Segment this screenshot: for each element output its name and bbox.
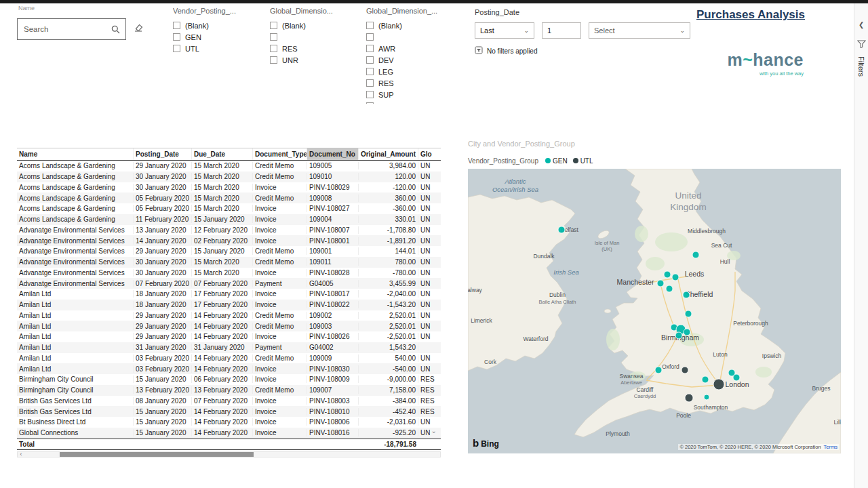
table-row[interactable]: Birmingham City Council13 February 20201… [17, 385, 441, 396]
table-row[interactable]: Acorns Landscape & Gardening30 January 2… [17, 182, 441, 193]
checkbox-icon[interactable] [366, 91, 374, 98]
column-header-due-date[interactable]: Due_Date [192, 148, 253, 160]
map-bubble-utl[interactable] [713, 379, 724, 390]
slicer-checkbox-item[interactable]: (Blank) [173, 20, 260, 31]
checkbox-icon[interactable] [366, 45, 374, 52]
column-header-document-type[interactable]: Document_Type [253, 148, 307, 160]
map-bubble-gen[interactable] [702, 376, 709, 383]
table-row[interactable]: Bt Business Direct Ltd15 January 202014 … [17, 417, 441, 428]
checkbox-icon[interactable] [270, 56, 277, 64]
scrollbar-thumb[interactable] [60, 452, 254, 457]
checkbox-icon[interactable] [270, 45, 277, 52]
slicer-checkbox-item[interactable] [270, 31, 357, 43]
relative-number-input[interactable]: 1 [542, 22, 581, 39]
checkbox-icon[interactable] [173, 33, 180, 41]
relative-unit-dropdown[interactable]: Select ⌄ [589, 22, 690, 39]
map-bubble-gen[interactable] [666, 285, 673, 292]
filters-pane-label[interactable]: Filters [857, 56, 865, 77]
checkbox-icon[interactable] [270, 22, 277, 29]
table-cell: G04002 [307, 344, 359, 351]
map-bubble-gen[interactable] [683, 291, 690, 298]
map-bubble-utl[interactable] [685, 394, 693, 402]
column-header-glo[interactable]: Glo [418, 148, 439, 160]
map-canvas[interactable]: AtlanticOcean/Irish SeaUnitedKingdomBelf… [468, 169, 841, 453]
search-icon[interactable] [111, 25, 120, 34]
checkbox-icon[interactable] [366, 68, 374, 75]
map-bubble-gen[interactable] [685, 310, 692, 317]
slicer-checkbox-item[interactable]: AWR [366, 43, 453, 54]
search-input[interactable]: Search [17, 18, 126, 40]
slicer-checkbox-item[interactable]: RES [270, 43, 357, 54]
table-horizontal-scrollbar[interactable]: ‹ [17, 451, 441, 458]
table-row[interactable]: Amilan Ltd31 January 202031 January 2020… [17, 342, 441, 353]
checkbox-icon[interactable] [366, 102, 374, 104]
table-row[interactable]: British Gas Services Ltd08 January 20200… [17, 396, 441, 407]
table-row[interactable]: Global Connections15 January 202014 Febr… [17, 428, 441, 439]
filter-funnel-icon[interactable] [857, 39, 866, 51]
table-row[interactable]: Acorns Landscape & Gardening05 February … [17, 203, 441, 214]
table-row[interactable]: Birmingham City Council15 January 202006… [17, 374, 441, 385]
table-row[interactable]: Advanatge Environmental Services07 Febru… [17, 278, 441, 289]
map-bubble-gen[interactable] [657, 280, 664, 287]
column-header-name[interactable]: Name [17, 148, 134, 160]
table-row[interactable]: Amilan Ltd03 February 202014 February 20… [17, 363, 441, 374]
map-bubble-gen[interactable] [675, 332, 682, 339]
slicer-checkbox-item[interactable]: LEG [366, 66, 453, 77]
slicer-checkbox-item[interactable]: GEN [173, 31, 260, 43]
slicer-checkbox-item[interactable]: UNR [270, 54, 357, 66]
table-scroll-down-icon[interactable]: ⌄ [431, 427, 437, 434]
checkbox-label: SUP [378, 91, 394, 99]
table-cell: 120.00 [359, 173, 418, 180]
map-bubble-gen[interactable] [672, 274, 679, 281]
table-row[interactable]: Acorns Landscape & Gardening30 January 2… [17, 171, 441, 182]
map-bubble-gen[interactable] [558, 226, 565, 233]
checkbox-icon[interactable] [173, 22, 180, 29]
column-header-document-no[interactable]: Document_No [307, 148, 359, 160]
table-row[interactable]: Amilan Ltd29 January 202014 February 202… [17, 321, 441, 331]
table-row[interactable]: Amilan Ltd03 February 202014 February 20… [17, 353, 441, 364]
slicer-checkbox-item[interactable]: (Blank) [366, 20, 453, 31]
slicer-checkbox-item[interactable]: SUP [366, 89, 453, 100]
slicer-checkbox-item[interactable]: (Blank) [270, 20, 357, 31]
table-row[interactable]: Amilan Ltd29 January 202014 February 202… [17, 331, 441, 342]
slicer-checkbox-item[interactable]: DEV [366, 54, 453, 66]
table-cell: Credit Memo [253, 386, 307, 394]
map-bubble-gen[interactable] [684, 329, 690, 336]
table-row[interactable]: Acorns Landscape & Gardening05 February … [17, 192, 441, 203]
bing-logo[interactable]: b Bing [473, 437, 499, 449]
checkbox-icon[interactable] [173, 45, 180, 52]
slicer-checkbox-item[interactable]: UNAL [366, 100, 453, 104]
column-header-original-amount[interactable]: Original_Amount [359, 148, 418, 160]
table-row[interactable]: Advanatge Environmental Services30 Janua… [17, 268, 441, 279]
table-row[interactable]: Acorns Landscape & Gardening11 February … [17, 214, 441, 225]
checkbox-icon[interactable] [366, 22, 374, 29]
checkbox-icon[interactable] [270, 33, 277, 41]
relative-mode-dropdown[interactable]: Last ⌄ [475, 22, 534, 39]
map-bubble-gen[interactable] [664, 271, 671, 278]
table-row[interactable]: Advanatge Environmental Services29 Janua… [17, 246, 441, 257]
map-bubble-utl[interactable] [682, 367, 688, 373]
slicer-checkbox-item[interactable]: RES [366, 77, 453, 89]
table-row[interactable]: Advanatge Environmental Services30 Janua… [17, 257, 441, 268]
table-row[interactable]: Amilan Ltd18 January 202017 February 202… [17, 300, 441, 310]
column-header-posting-date[interactable]: Posting_Date [134, 148, 192, 160]
map-bubble-gen[interactable] [704, 394, 709, 400]
table-row[interactable]: Amilan Ltd29 January 202014 February 202… [17, 310, 441, 321]
map-bubble-gen[interactable] [692, 251, 699, 258]
table-row[interactable]: Advanatge Environmental Services13 Janua… [17, 225, 441, 236]
map-bubble-gen[interactable] [733, 374, 740, 381]
slicer-checkbox-item[interactable]: UTL [173, 43, 260, 54]
table-row[interactable]: Advanatge Environmental Services14 Janua… [17, 235, 441, 246]
checkbox-icon[interactable] [366, 56, 374, 64]
map-bubble-gen[interactable] [655, 367, 662, 373]
expand-pane-chevron-icon[interactable]: ❮ [859, 21, 864, 28]
table-row[interactable]: British Gas Services Ltd15 January 20201… [17, 406, 441, 417]
checkbox-icon[interactable] [366, 79, 374, 87]
checkbox-icon[interactable] [366, 33, 374, 41]
terms-link[interactable]: Terms [824, 444, 837, 450]
table-row[interactable]: Amilan Ltd18 January 202017 February 202… [17, 289, 441, 300]
table-row[interactable]: Acorns Landscape & Gardening29 January 2… [17, 161, 441, 171]
slicer-checkbox-item[interactable] [366, 31, 453, 43]
eraser-icon[interactable] [134, 22, 144, 33]
scrollbar-left-arrow[interactable]: ‹ [18, 452, 24, 457]
